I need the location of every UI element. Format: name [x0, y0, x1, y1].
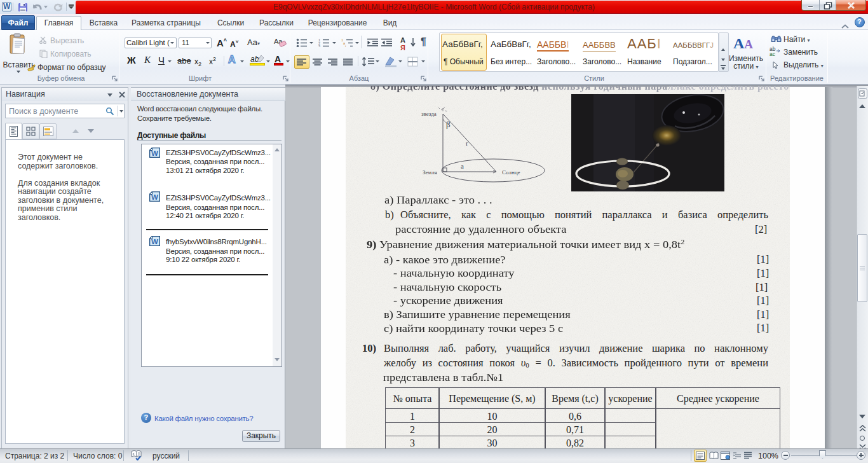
svg-text:i: i: [345, 45, 346, 47]
svg-text:W: W: [151, 238, 158, 245]
svg-text:a: a: [461, 162, 464, 170]
svg-text:W: W: [151, 149, 158, 157]
svg-text:r: r: [466, 139, 468, 147]
svg-text:3: 3: [318, 45, 320, 47]
svg-text:β: β: [446, 120, 451, 129]
svg-text:Земля: Земля: [423, 169, 437, 176]
svg-text:Солнце: Солнце: [502, 169, 520, 176]
svg-text:W: W: [151, 193, 158, 201]
svg-text:звезда: звезда: [421, 111, 437, 117]
